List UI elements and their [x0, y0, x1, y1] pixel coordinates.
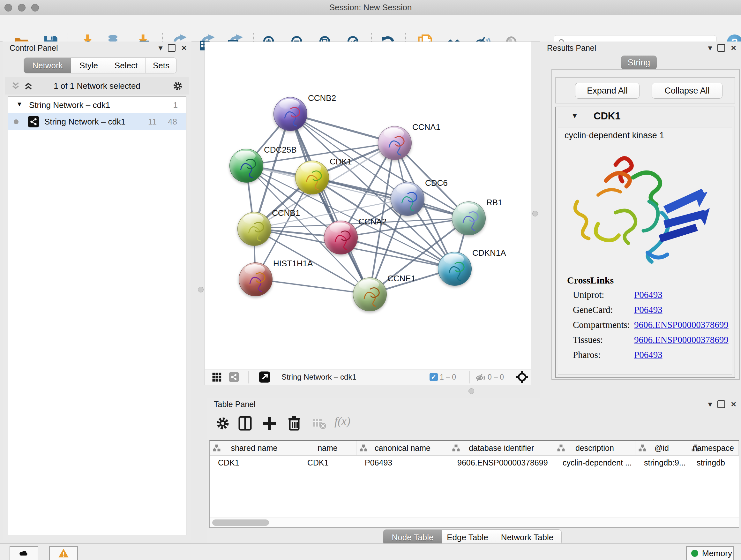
panel-dropdown-icon[interactable]: ▼ [157, 44, 164, 52]
network-options-gear-icon[interactable] [172, 80, 183, 92]
table-cell[interactable]: cyclin-dependent ... [554, 455, 636, 470]
splitter-handle-right[interactable] [532, 211, 538, 216]
panel-close-icon[interactable]: ✕ [731, 44, 737, 52]
node-result-header[interactable]: ▼ CDK1 [556, 107, 735, 126]
birdseye-icon[interactable] [516, 371, 529, 385]
share-view-icon[interactable] [228, 372, 239, 384]
tab-sets[interactable]: Sets [145, 57, 177, 73]
splitter-handle-bottom[interactable] [468, 388, 474, 394]
table-header-row: shared namenamecanonical namedatabase id… [210, 441, 739, 455]
collection-label: String Network – cdk1 [29, 100, 110, 110]
selected-checkbox-icon[interactable]: ✓ [429, 373, 438, 381]
crosslink-link[interactable]: 9606.ENSP00000378699 [634, 320, 729, 330]
crosslink-row: Uniprot:P06493 [558, 290, 732, 305]
panel-dropdown-icon[interactable]: ▼ [706, 44, 714, 52]
collapse-all-button[interactable]: Collapse All [652, 83, 723, 99]
network-canvas[interactable]: CCNB2CCNA1CDC25BCDK1CDC6RB1CCNB1CCNA2CDK… [205, 42, 531, 370]
table-cell[interactable]: 9606.ENSP00000378699 [449, 455, 554, 470]
edge-HIST1H1A-CCNE1[interactable] [255, 279, 369, 294]
selected-count: 1 – 0 [440, 369, 465, 385]
network-collection-row[interactable]: ▼ String Network – cdk1 1 [8, 97, 186, 113]
tab-select[interactable]: Select [106, 57, 146, 73]
cloud-button[interactable] [10, 546, 38, 560]
tab-network-table[interactable]: Network Table [493, 530, 562, 545]
memory-button[interactable]: Memory [686, 546, 734, 560]
control-panel: Control Panel ▼ ✕ Network Style Select S… [3, 42, 192, 540]
cytoscape-window: Session: New Session [0, 0, 741, 560]
node-CCNA2[interactable] [324, 221, 358, 254]
network-row-label: String Network – cdk1 [44, 117, 125, 127]
table-cell-value: P06493 [365, 458, 392, 468]
table-cell-value: 9606.ENSP00000378699 [457, 458, 548, 468]
column-header-description[interactable]: description [554, 441, 635, 455]
table-cell[interactable]: CDK1 [299, 455, 356, 470]
show-columns-icon[interactable] [238, 416, 253, 431]
table-panel: Table Panel ▼ ✕ f(x) shared namenamecano… [207, 398, 741, 543]
table-settings-gear-icon[interactable] [215, 416, 230, 431]
table-cell[interactable]: CDK1 [210, 455, 299, 470]
crosslink-link[interactable]: P06493 [634, 290, 663, 300]
panel-dropdown-icon[interactable]: ▼ [706, 400, 714, 409]
expand-all-button[interactable]: Expand All [575, 83, 639, 99]
crosslink-link[interactable]: P06493 [634, 305, 663, 315]
node-label-CCNA1: CCNA1 [412, 122, 441, 132]
warning-button[interactable] [49, 546, 78, 560]
panel-float-icon[interactable] [718, 400, 725, 408]
collection-caret-icon[interactable]: ▼ [16, 101, 23, 108]
horizontal-scrollbar[interactable] [210, 517, 739, 527]
node-CDC6[interactable] [391, 182, 424, 216]
panel-close-icon[interactable]: ✕ [731, 400, 737, 409]
node-RB1[interactable] [452, 201, 486, 235]
column-header-namespace[interactable]: namespace [688, 441, 739, 455]
tab-node-table[interactable]: Node Table [383, 530, 442, 545]
crosslink-link[interactable]: 9606.ENSP00000378699 [634, 334, 729, 345]
table-cell[interactable]: stringdb [688, 455, 739, 470]
open-in-new-icon[interactable] [259, 371, 271, 384]
collapse-caret-icon[interactable]: ▼ [571, 112, 578, 120]
node-CCNB1[interactable] [238, 212, 271, 246]
node-CDKN1A[interactable] [438, 252, 472, 286]
add-column-icon[interactable] [262, 416, 277, 431]
table-cell-value: CDK1 [307, 458, 329, 468]
tab-style[interactable]: Style [71, 57, 107, 73]
node-structure-image [378, 126, 411, 160]
tab-edge-table[interactable]: Edge Table [442, 530, 493, 545]
node-result-title: CDK1 [594, 111, 620, 122]
node-label-CCNB1: CCNB1 [272, 208, 300, 218]
node-CDC25B[interactable] [229, 149, 263, 183]
delete-column-icon[interactable] [286, 416, 302, 431]
crosslink-link[interactable]: P06493 [634, 350, 663, 360]
network-row-selected[interactable]: String Network – cdk1 11 48 [8, 113, 186, 130]
splitter-handle-left[interactable] [198, 287, 204, 293]
hidden-eye-icon[interactable] [475, 372, 486, 384]
memory-label: Memory [702, 549, 732, 558]
node-CDK1[interactable] [295, 161, 329, 194]
table-cell[interactable]: stringdb:9... [636, 455, 688, 470]
node-CCNE1[interactable] [353, 277, 387, 311]
grid-view-icon[interactable] [211, 372, 222, 384]
column-header--id[interactable]: @id [635, 441, 688, 455]
node-CCNA1[interactable] [378, 126, 412, 160]
node-structure-image [438, 252, 471, 286]
results-panel: Results Panel ▼ ✕ String Expand All Coll… [540, 42, 741, 398]
panel-close-icon[interactable]: ✕ [181, 44, 187, 52]
node-HIST1H1A[interactable] [239, 262, 273, 296]
crosslink-label: GeneCard: [573, 305, 613, 315]
node-CCNB2[interactable] [273, 97, 307, 131]
table-cell-value: stringdb:9... [644, 458, 686, 468]
table-cell[interactable]: P06493 [356, 455, 449, 470]
delete-table-icon[interactable] [312, 416, 327, 431]
tab-string[interactable]: String [621, 56, 657, 70]
panel-float-icon[interactable] [718, 44, 725, 52]
function-builder-icon[interactable]: f(x) [334, 415, 350, 428]
window-title: Session: New Session [0, 3, 741, 12]
protein-structure-image [568, 147, 718, 272]
column-header-canonical-name[interactable]: canonical name [356, 441, 449, 455]
panel-float-icon[interactable] [168, 44, 176, 52]
string-results-container: Expand All Collapse All ▼ CDK1 cyclin-de… [551, 69, 740, 380]
column-header-database-identifier[interactable]: database identifier [449, 441, 554, 455]
tab-network[interactable]: Network [23, 57, 71, 73]
scrollbar-thumb[interactable] [212, 519, 269, 526]
column-header-name[interactable]: name [299, 441, 356, 455]
column-header-shared-name[interactable]: shared name [210, 441, 299, 455]
